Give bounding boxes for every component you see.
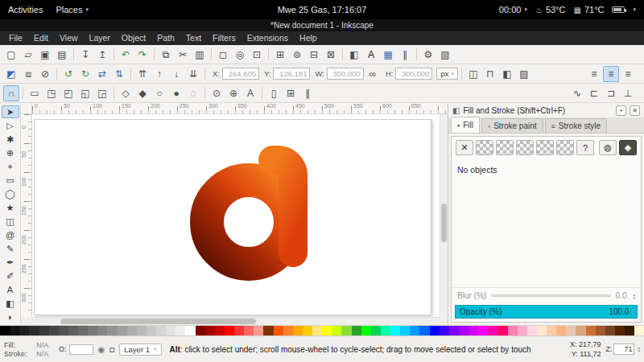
palette-swatch[interactable]	[537, 326, 547, 335]
palette-swatch[interactable]	[322, 326, 332, 335]
cpu-temp-indicator[interactable]: ♨ 53°C	[535, 5, 566, 14]
export-button[interactable]: ↥	[94, 47, 110, 63]
opacity-slider[interactable]: Opacity (%) 100.0 ▴ ▾	[455, 305, 638, 319]
import-button[interactable]: ↧	[77, 47, 93, 63]
affect-stroke-toggle-button[interactable]: ◫	[465, 66, 481, 82]
undo-button[interactable]: ↶	[118, 47, 134, 63]
tab-stroke-style[interactable]: ≡Stroke style	[545, 118, 608, 133]
tool-rectangle-button[interactable]: ▭	[2, 174, 19, 187]
layer-lock-icon[interactable]: ◘	[109, 345, 114, 354]
opacity-value[interactable]: 100.0	[609, 307, 629, 316]
palette-swatch[interactable]	[166, 326, 175, 335]
palette-swatch[interactable]	[175, 326, 185, 335]
select-all-layers-button[interactable]: ⧈	[20, 66, 36, 82]
clock[interactable]: Mwe 25 Gas, 17:16:07	[278, 5, 367, 14]
places-menu[interactable]: Places ▾	[56, 5, 89, 14]
menu-path[interactable]: Path	[151, 31, 180, 45]
palette-swatch[interactable]	[634, 326, 644, 335]
palette-swatch[interactable]	[449, 326, 459, 335]
snap-enable-button[interactable]: ∩	[3, 85, 19, 101]
palette-swatch[interactable]	[518, 326, 527, 335]
move-clips-toggle-button[interactable]: ≡	[620, 66, 636, 82]
affect-pattern-toggle-button[interactable]: ▨	[516, 66, 532, 82]
palette-swatch[interactable]	[488, 326, 497, 335]
raise-button[interactable]: ↑	[151, 66, 167, 82]
tool-selector-button[interactable]: ➤	[2, 105, 19, 118]
menu-extensions[interactable]: Extensions	[242, 31, 294, 45]
blur-value[interactable]: 0.0	[616, 291, 627, 300]
paint-radial-gradient-button[interactable]	[516, 140, 534, 155]
horizontal-ruler[interactable]: 050100150200250300350400450500550600650	[32, 103, 448, 114]
layer-dropdown[interactable]: Layer 1 ▾	[119, 343, 161, 356]
palette-swatch[interactable]	[234, 326, 244, 335]
palette-swatch[interactable]	[19, 326, 29, 335]
affect-corners-toggle-button[interactable]: ⊓	[482, 66, 498, 82]
palette-swatch[interactable]	[410, 326, 419, 335]
y-input[interactable]: 126,181	[273, 68, 310, 80]
lower-button[interactable]: ↓	[168, 66, 184, 82]
palette-swatch[interactable]	[527, 326, 537, 335]
palette-swatch[interactable]	[556, 326, 566, 335]
activities-button[interactable]: Activities	[8, 5, 43, 14]
xml-editor-button[interactable]: ▦	[380, 47, 396, 63]
paint-mesh-button[interactable]: ◍	[599, 140, 617, 155]
tool-star-button[interactable]: ★	[2, 201, 19, 214]
palette-swatch[interactable]	[225, 326, 234, 335]
tool-pencil-button[interactable]: ✎	[2, 242, 19, 255]
palette-swatch[interactable]	[78, 326, 88, 335]
snap-paths-toggle-button[interactable]: ∿	[569, 85, 585, 101]
palette-swatch[interactable]	[49, 326, 59, 335]
palette-swatch[interactable]	[137, 326, 147, 335]
timer-indicator[interactable]: 00:00 ▾	[499, 5, 527, 14]
document-print-button[interactable]: ▤	[54, 47, 70, 63]
snap-page-border-button[interactable]: ▯	[266, 85, 282, 101]
snap-intersections-button[interactable]: ◆	[134, 85, 151, 101]
zoom-page-button[interactable]: ◻	[215, 47, 231, 63]
copy-button[interactable]: ⧉	[158, 47, 174, 63]
paint-linear-gradient-button[interactable]	[496, 140, 514, 155]
snap-smooth-nodes-button[interactable]: ●	[168, 85, 184, 101]
duplicate-button[interactable]: ⊞	[272, 47, 288, 63]
palette-swatch[interactable]	[283, 326, 293, 335]
palette-swatch[interactable]	[371, 326, 381, 335]
zoom-drawing-button[interactable]: ◎	[232, 47, 248, 63]
palette-swatch[interactable]	[0, 326, 10, 335]
preferences-button[interactable]: ⚙	[420, 47, 436, 63]
paste-button[interactable]: ▥	[192, 47, 208, 63]
snap-bbox-corners-button[interactable]: ◰	[60, 85, 76, 101]
paint-none-button[interactable]: ✕	[456, 140, 473, 155]
palette-swatch[interactable]	[118, 326, 127, 335]
x-input[interactable]: 264,605	[222, 68, 259, 80]
palette-swatch[interactable]	[625, 326, 634, 335]
menu-object[interactable]: Object	[116, 31, 151, 45]
palette-swatch[interactable]	[390, 326, 400, 335]
snap-midpoints-button[interactable]: ◌	[185, 85, 201, 101]
tab-fill[interactable]: ▪Fill	[451, 117, 480, 133]
palette-swatch[interactable]	[508, 326, 518, 335]
palette-swatch[interactable]	[547, 326, 556, 335]
h-input[interactable]: 300,000	[395, 68, 432, 80]
flip-vertical-button[interactable]: ⇅	[111, 66, 127, 82]
horizontal-scrollbar[interactable]	[32, 317, 440, 325]
palette-swatch[interactable]	[566, 326, 576, 335]
rotate-cw-button[interactable]: ↻	[77, 66, 93, 82]
snap-rotation-centers-button[interactable]: ⊕	[225, 85, 242, 101]
raise-to-top-button[interactable]: ⇈	[134, 66, 151, 82]
palette-swatch[interactable]	[88, 326, 97, 335]
palette-swatch[interactable]	[274, 326, 283, 335]
snap-cusp-nodes-button[interactable]: ○	[151, 85, 167, 101]
tool-measure-button[interactable]: ⌖	[2, 160, 19, 173]
fill-stroke-dialog-button[interactable]: ◧	[346, 47, 362, 63]
palette-swatch[interactable]	[430, 326, 440, 335]
palette-swatch[interactable]	[478, 326, 488, 335]
palette-swatch[interactable]	[215, 326, 225, 335]
text-dialog-button[interactable]: A	[363, 47, 379, 63]
horizontal-scrollbar-thumb[interactable]	[60, 319, 256, 324]
tool-dropper-button[interactable]: ◗	[2, 311, 19, 323]
snap-nodes-button[interactable]: ◇	[118, 85, 134, 101]
w-input[interactable]: 300,000	[327, 68, 364, 80]
gpu-temp-indicator[interactable]: ▦ 71°C	[573, 5, 604, 14]
snap-bbox-midpoints-button[interactable]: ◱	[77, 85, 93, 101]
paint-unknown-button[interactable]: ?	[576, 140, 594, 155]
dock-close-button[interactable]: ✕	[630, 105, 640, 116]
